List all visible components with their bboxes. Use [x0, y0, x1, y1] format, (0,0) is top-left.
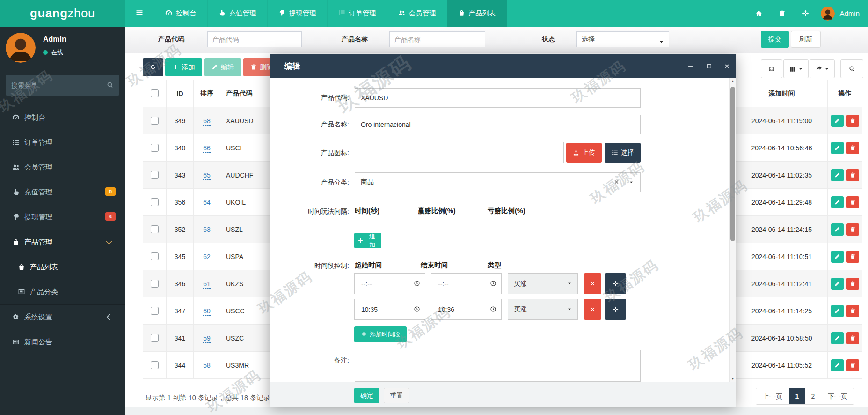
sidebar-item-withdraw[interactable]: 提现管理4: [0, 205, 125, 230]
nav-item-orders[interactable]: 订单管理: [327, 0, 387, 27]
filter-name-input[interactable]: [389, 31, 485, 47]
sort-link[interactable]: 66: [203, 144, 211, 153]
product-code-input[interactable]: [355, 88, 641, 108]
row-edit-button[interactable]: [831, 142, 844, 154]
move-period-button[interactable]: [605, 273, 626, 294]
sidebar-item-orders[interactable]: 订单管理: [0, 130, 125, 155]
clear-icon[interactable]: [613, 179, 620, 186]
move-period-button[interactable]: [605, 299, 626, 320]
row-delete-button[interactable]: [846, 169, 859, 181]
row-checkbox[interactable]: [151, 280, 159, 288]
sort-link[interactable]: 61: [203, 280, 211, 289]
clear-cache-button[interactable]: [770, 9, 794, 17]
menu-search-input[interactable]: [6, 82, 107, 89]
columns-button[interactable]: [783, 59, 809, 78]
upload-button[interactable]: 上传: [566, 143, 602, 163]
submit-button[interactable]: 提交: [761, 31, 789, 48]
modal-scrollbar[interactable]: ▲ ▼: [729, 78, 736, 382]
product-name-input[interactable]: [355, 115, 641, 134]
nav-item-recharge[interactable]: 充值管理: [207, 0, 267, 27]
row-delete-button[interactable]: [846, 359, 859, 371]
row-delete-button[interactable]: [846, 142, 859, 154]
sidebar-item-dashboard[interactable]: 控制台: [0, 105, 125, 130]
remark-textarea[interactable]: [355, 350, 641, 382]
end-time-input[interactable]: --:--: [431, 273, 502, 294]
sidebar-toggle-button[interactable]: [125, 0, 154, 27]
row-delete-button[interactable]: [846, 223, 859, 236]
sort-link[interactable]: 62: [203, 253, 211, 261]
nav-item-members[interactable]: 会员管理: [387, 0, 447, 27]
add-button[interactable]: 添加: [165, 58, 202, 76]
pagination-prev[interactable]: 上一页: [756, 388, 789, 404]
row-edit-button[interactable]: [831, 332, 844, 344]
sort-link[interactable]: 63: [203, 226, 211, 234]
modal-header[interactable]: 编辑: [270, 54, 736, 78]
confirm-button[interactable]: 确定: [354, 388, 379, 403]
sort-link[interactable]: 58: [203, 362, 211, 370]
fullscreen-button[interactable]: [794, 9, 817, 17]
row-checkbox[interactable]: [151, 198, 159, 206]
scroll-down-icon[interactable]: ▼: [731, 377, 735, 381]
row-checkbox[interactable]: [151, 225, 159, 233]
row-delete-button[interactable]: [846, 278, 859, 290]
sort-link[interactable]: 68: [203, 117, 211, 126]
close-icon[interactable]: [724, 63, 730, 70]
row-checkbox[interactable]: [151, 334, 159, 342]
row-edit-button[interactable]: [831, 278, 844, 290]
remove-period-button[interactable]: [584, 273, 601, 294]
maximize-icon[interactable]: [706, 63, 712, 70]
select-all-checkbox[interactable]: [151, 89, 159, 97]
user-menu[interactable]: Admin: [817, 7, 868, 21]
pagination-next[interactable]: 下一页: [821, 388, 854, 404]
export-button[interactable]: [810, 59, 835, 78]
sidebar-item-product-category[interactable]: 产品分类: [0, 280, 125, 304]
sidebar-item-news[interactable]: 新闻公告: [0, 330, 125, 355]
nav-item-products[interactable]: 产品列表: [447, 0, 507, 27]
row-checkbox[interactable]: [151, 144, 159, 152]
reload-table-button[interactable]: [143, 58, 163, 76]
sidebar-item-settings[interactable]: 系统设置: [0, 305, 125, 330]
row-delete-button[interactable]: [846, 115, 859, 127]
row-edit-button[interactable]: [831, 115, 844, 127]
pagination-page-1[interactable]: 1: [789, 388, 805, 404]
remove-period-button[interactable]: [584, 299, 601, 320]
row-checkbox[interactable]: [151, 171, 159, 179]
start-time-input[interactable]: --:--: [354, 273, 425, 294]
reset-button[interactable]: 重置: [384, 388, 409, 403]
row-checkbox[interactable]: [151, 307, 159, 315]
sort-link[interactable]: 65: [203, 171, 211, 180]
sort-link[interactable]: 59: [203, 334, 211, 343]
add-period-button[interactable]: 添加时间段: [354, 326, 407, 342]
minimize-icon[interactable]: [687, 63, 693, 70]
type-select[interactable]: 买涨: [508, 299, 578, 320]
row-delete-button[interactable]: [846, 305, 859, 317]
search-toggle-button[interactable]: [840, 59, 863, 78]
row-checkbox[interactable]: [151, 252, 159, 260]
sidebar-item-members[interactable]: 会员管理: [0, 155, 125, 180]
sidebar-item-product-list[interactable]: 产品列表: [0, 255, 125, 280]
sort-link[interactable]: 64: [203, 199, 211, 207]
nav-item-withdraw[interactable]: 提现管理: [267, 0, 327, 27]
row-delete-button[interactable]: [846, 196, 859, 208]
scrollbar-thumb[interactable]: [730, 87, 735, 241]
edit-button[interactable]: 编辑: [204, 58, 241, 76]
row-delete-button[interactable]: [846, 332, 859, 344]
sidebar-item-product-mgmt[interactable]: 产品管理: [0, 230, 125, 255]
scroll-up-icon[interactable]: ▲: [731, 79, 735, 83]
row-edit-button[interactable]: [831, 223, 844, 236]
end-time-input[interactable]: 10:36: [431, 299, 502, 320]
sidebar-item-recharge[interactable]: 充值管理0: [0, 180, 125, 205]
filter-code-input[interactable]: [207, 31, 302, 47]
row-edit-button[interactable]: [831, 169, 844, 181]
choose-button[interactable]: 选择: [605, 143, 641, 163]
home-button[interactable]: [747, 9, 770, 17]
brand-logo[interactable]: guangzhou: [0, 0, 125, 27]
product-category-select[interactable]: 商品: [355, 172, 641, 192]
row-edit-button[interactable]: [831, 251, 844, 263]
sort-link[interactable]: 60: [203, 307, 211, 316]
filter-status-select[interactable]: 选择: [576, 31, 669, 47]
pagination-page-2[interactable]: 2: [805, 388, 821, 404]
nav-item-dashboard[interactable]: 控制台: [154, 0, 207, 27]
row-edit-button[interactable]: [831, 305, 844, 317]
row-delete-button[interactable]: [846, 251, 859, 263]
